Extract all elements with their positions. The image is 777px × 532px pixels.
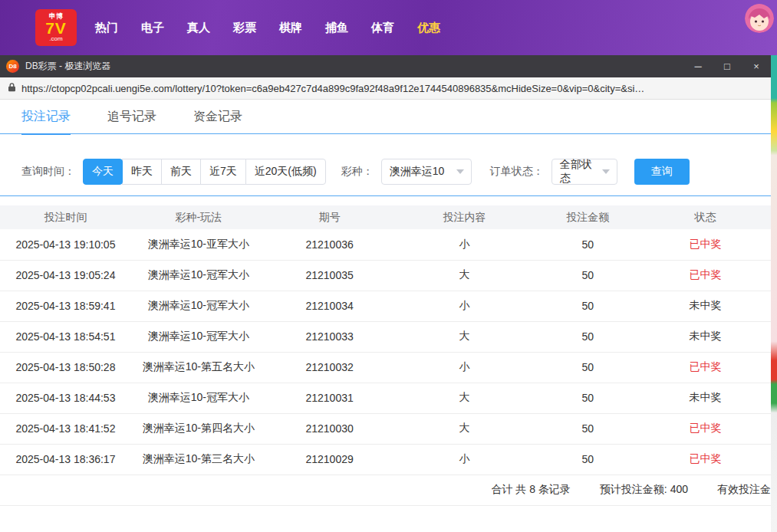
status-cell: 已中奖 (640, 413, 771, 444)
nav-item-chess[interactable]: 棋牌 (279, 21, 302, 35)
time-filter-last7days[interactable]: 近7天 (200, 159, 246, 185)
column-header-status: 状态 (640, 205, 771, 229)
lottery-records-page: 投注记录 追号记录 资金记录 查询时间： 今天 昨天 前天 近7天 近20天(低… (0, 100, 771, 532)
lottery-select-value: 澳洲幸运10 (390, 165, 445, 179)
time-filter-yesterday[interactable]: 昨天 (122, 159, 162, 185)
bet-content-cell: 大 (393, 413, 536, 444)
bet-amount-cell: 50 (535, 413, 640, 444)
bet-time-cell: 2025-04-13 18:59:41 (0, 291, 131, 321)
browser-app-icon-text: D8 (8, 63, 16, 70)
issue-number-cell: 21210036 (266, 229, 393, 260)
url-text[interactable]: https://ctopcp02pcali.uengi5e.com/lotter… (21, 83, 763, 94)
nav-item-promo[interactable]: 优惠 (417, 21, 440, 35)
nav-item-sports[interactable]: 体育 (371, 21, 394, 35)
screen: 申博 7V .com 热门 电子 真人 彩票 棋牌 捕鱼 体育 优惠 (0, 0, 777, 532)
table-header-row: 投注时间 彩种-玩法 期号 投注内容 投注金额 状态 (0, 205, 771, 229)
summary-bar: 合计 共 8 条记录 预计投注金额: 400 有效投注金额 (0, 475, 771, 506)
status-cell: 已中奖 (640, 229, 771, 260)
column-header-bet-content: 投注内容 (393, 205, 536, 229)
time-filter-last20days[interactable]: 近20天(低频) (245, 159, 326, 185)
bet-content-cell: 小 (393, 291, 536, 321)
status-cell: 已中奖 (640, 260, 771, 291)
status-cell: 未中奖 (640, 383, 771, 413)
table-row: 2025-04-13 18:41:52澳洲幸运10-第四名大小21210030大… (0, 413, 771, 444)
nav-item-live[interactable]: 真人 (187, 21, 210, 35)
table-body: 2025-04-13 19:10:05澳洲幸运10-亚军大小21210036小5… (0, 229, 771, 475)
filter-bar: 查询时间： 今天 昨天 前天 近7天 近20天(低频) 彩种： 澳洲幸运10 订… (0, 134, 771, 196)
time-filter-today[interactable]: 今天 (83, 159, 123, 185)
status-cell: 未中奖 (640, 291, 771, 321)
tab-bet-records[interactable]: 投注记录 (21, 109, 71, 125)
lottery-play-cell: 澳洲幸运10-冠军大小 (131, 383, 266, 413)
table-row: 2025-04-13 18:50:28澳洲幸运10-第五名大小21210032小… (0, 352, 771, 383)
bet-content-cell: 大 (393, 383, 536, 413)
column-header-lottery-play: 彩种-玩法 (131, 205, 266, 229)
table-row: 2025-04-13 19:10:05澳洲幸运10-亚军大小21210036小5… (0, 229, 771, 260)
column-header-bet-time: 投注时间 (0, 205, 131, 229)
lottery-play-cell: 澳洲幸运10-第五名大小 (131, 352, 266, 383)
window-title: DB彩票 - 极速浏览器 (25, 60, 110, 73)
bet-content-cell: 小 (393, 444, 536, 475)
lottery-play-cell: 澳洲幸运10-亚军大小 (131, 229, 266, 260)
nav-item-lottery[interactable]: 彩票 (233, 21, 256, 35)
nav-item-hot[interactable]: 热门 (95, 21, 118, 35)
bet-amount-cell: 50 (535, 383, 640, 413)
lottery-select-label: 彩种： (341, 165, 374, 179)
tab-fund-records[interactable]: 资金记录 (193, 109, 242, 125)
order-status-value: 全部状态 (560, 158, 602, 186)
table-row: 2025-04-13 18:59:41澳洲幸运10-冠军大小21210034小5… (0, 291, 771, 321)
nav-item-fishing[interactable]: 捕鱼 (325, 21, 348, 35)
lottery-play-cell: 澳洲幸运10-冠军大小 (131, 260, 266, 291)
close-button[interactable]: × (742, 55, 771, 77)
issue-number-cell: 21210035 (266, 260, 393, 291)
bet-content-cell: 大 (393, 260, 536, 291)
table-row: 2025-04-13 19:05:24澳洲幸运10-冠军大小21210035大5… (0, 260, 771, 291)
expected-amount: 预计投注金额: 400 (600, 483, 688, 497)
bet-records-table: 投注时间 彩种-玩法 期号 投注内容 投注金额 状态 2025-04-13 19… (0, 205, 771, 475)
time-filter-label: 查询时间： (21, 165, 75, 179)
site-header: 申博 7V .com 热门 电子 真人 彩票 棋牌 捕鱼 体育 优惠 (0, 0, 777, 55)
issue-number-cell: 21210032 (266, 352, 393, 383)
maximize-button[interactable]: □ (713, 55, 742, 77)
table-row: 2025-04-13 18:44:53澳洲幸运10-冠军大小21210031大5… (0, 383, 771, 413)
order-status-label: 订单状态： (490, 165, 544, 179)
table-row: 2025-04-13 18:54:51澳洲幸运10-冠军大小21210033大5… (0, 321, 771, 352)
bet-time-cell: 2025-04-13 18:41:52 (0, 413, 131, 444)
bet-amount-cell: 50 (535, 444, 640, 475)
chevron-down-icon (602, 169, 610, 174)
status-cell: 已中奖 (640, 444, 771, 475)
bet-time-cell: 2025-04-13 18:44:53 (0, 383, 131, 413)
bet-amount-cell: 50 (535, 352, 640, 383)
lock-icon (8, 81, 16, 95)
bet-time-cell: 2025-04-13 19:10:05 (0, 229, 131, 260)
avatar[interactable] (745, 4, 774, 33)
order-status-select[interactable]: 全部状态 (551, 159, 617, 185)
query-button[interactable]: 查询 (634, 159, 690, 185)
table-row: 2025-04-13 18:36:17澳洲幸运10-第三名大小21210029小… (0, 444, 771, 475)
record-count: 合计 共 8 条记录 (491, 483, 570, 497)
logo-text-main: 7V (45, 20, 67, 36)
column-header-bet-amount: 投注金额 (535, 205, 640, 229)
lottery-select[interactable]: 澳洲幸运10 (381, 159, 472, 185)
lottery-play-cell: 澳洲幸运10-冠军大小 (131, 321, 266, 352)
tab-chase-records[interactable]: 追号记录 (107, 109, 156, 125)
lottery-play-cell: 澳洲幸运10-冠军大小 (131, 291, 266, 321)
time-filter-day-before[interactable]: 前天 (161, 159, 201, 185)
nav-item-electronic[interactable]: 电子 (141, 21, 164, 35)
status-cell: 未中奖 (640, 321, 771, 352)
minimize-button[interactable]: ─ (683, 55, 713, 77)
lottery-play-cell: 澳洲幸运10-第三名大小 (131, 444, 266, 475)
logo-text-bottom: .com (49, 36, 62, 42)
valid-amount: 有效投注金额 (717, 483, 771, 497)
bet-time-cell: 2025-04-13 19:05:24 (0, 260, 131, 291)
browser-window: D8 DB彩票 - 极速浏览器 ─ □ × https://ctopcp02pc… (0, 55, 771, 532)
record-tabs: 投注记录 追号记录 资金记录 (0, 100, 771, 134)
time-filter-group: 今天 昨天 前天 近7天 近20天(低频) (83, 159, 326, 185)
bet-amount-cell: 50 (535, 260, 640, 291)
avatar-image (745, 4, 774, 33)
site-logo[interactable]: 申博 7V .com (35, 9, 77, 46)
bet-amount-cell: 50 (535, 229, 640, 260)
bet-content-cell: 小 (393, 352, 536, 383)
issue-number-cell: 21210034 (266, 291, 393, 321)
status-cell: 已中奖 (640, 352, 771, 383)
